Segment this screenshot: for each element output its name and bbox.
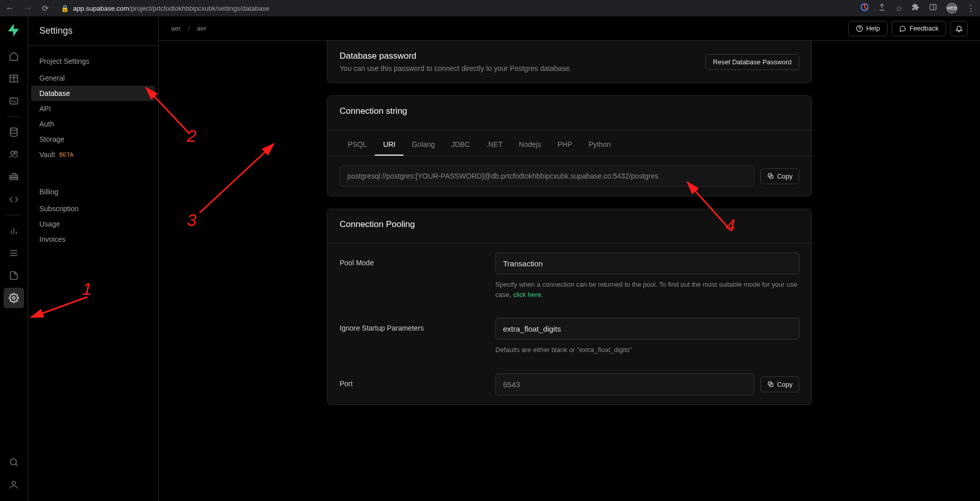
browser-chrome: ← → ⟳ 🔒 app.supabase.com/project/prtcfod… [0, 0, 980, 16]
tab-golang[interactable]: Golang [403, 134, 443, 156]
account-icon[interactable] [4, 474, 24, 495]
svg-rect-6 [10, 98, 18, 104]
sql-editor-icon[interactable] [4, 91, 24, 111]
logs-icon[interactable] [4, 243, 24, 263]
settings-sidebar: Settings Project Settings GeneralDatabas… [28, 16, 159, 501]
sidebar-item-general[interactable]: General [28, 70, 158, 86]
card-desc: You can use this password to connect dir… [340, 64, 571, 72]
reports-icon[interactable] [4, 220, 24, 241]
profile-avatar[interactable]: WEB [946, 3, 958, 14]
card-title: Database password [340, 51, 571, 61]
breadcrumb-item[interactable]: aer [197, 24, 206, 32]
svg-point-21 [12, 481, 16, 485]
tab-psql[interactable]: PSQL [340, 134, 375, 156]
tab-uri[interactable]: URI [375, 134, 403, 156]
port-label: Port [340, 373, 495, 395]
url-path: /project/prtcfodtokhbbipcxubk/settings/d… [129, 5, 270, 12]
extensions-icon[interactable] [912, 3, 920, 13]
home-icon[interactable] [4, 46, 24, 66]
help-button[interactable]: Help [848, 21, 888, 36]
copy-port-button[interactable]: Copy [760, 377, 799, 392]
tab-net[interactable]: .NET [478, 134, 511, 156]
lock-icon: 🔒 [61, 5, 69, 12]
topbar: aer / aer Help Feedback [159, 16, 980, 41]
svg-line-20 [15, 464, 17, 466]
sidebar-heading-billing: Billing [28, 177, 158, 201]
breadcrumb-sep: / [188, 24, 190, 32]
svg-point-9 [15, 151, 17, 154]
panel-icon[interactable] [929, 3, 937, 13]
card-connection-string: Connection string PSQLURIGolangJDBC.NETN… [327, 95, 812, 196]
auth-icon[interactable] [4, 144, 24, 165]
pool-mode-label: Pool Mode [340, 253, 495, 299]
settings-icon[interactable] [4, 288, 24, 308]
sidebar-item-vault[interactable]: VaultBETA [28, 147, 158, 162]
url-bar[interactable]: 🔒 app.supabase.com/project/prtcfodtokhbb… [56, 5, 853, 12]
icon-rail [0, 16, 28, 501]
tab-python[interactable]: Python [580, 134, 619, 156]
svg-rect-11 [10, 178, 18, 180]
ignore-params-input[interactable] [495, 318, 799, 340]
svg-point-7 [10, 128, 17, 131]
notifications-button[interactable] [950, 21, 968, 36]
tab-php[interactable]: PHP [549, 134, 581, 156]
card-title: Connection Pooling [340, 219, 415, 230]
ignore-params-help: Defaults are either blank or "extra_floa… [495, 345, 799, 355]
google-icon[interactable] [861, 3, 869, 13]
svg-point-18 [13, 297, 15, 299]
tab-nodejs[interactable]: Nodejs [511, 134, 549, 156]
chat-icon [899, 25, 906, 32]
sidebar-item-subscription[interactable]: Subscription [28, 201, 158, 216]
sidebar-heading-project: Project Settings [28, 46, 158, 70]
star-icon[interactable]: ☆ [895, 4, 902, 13]
card-connection-pooling: Connection Pooling Pool Mode Transaction… [327, 209, 812, 405]
table-editor-icon[interactable] [4, 68, 24, 89]
sidebar-item-auth[interactable]: Auth [28, 116, 158, 132]
breadcrumb-item[interactable]: aer [171, 24, 181, 32]
storage-icon[interactable] [4, 167, 24, 187]
bell-icon [955, 24, 963, 33]
search-icon[interactable] [4, 452, 24, 472]
url-host: app.supabase.com [73, 5, 129, 12]
sidebar-item-invoices[interactable]: Invoices [28, 232, 158, 247]
ignore-params-label: Ignore Startup Parameters [340, 318, 495, 355]
port-input[interactable] [495, 373, 754, 395]
menu-icon[interactable]: ⋮ [967, 4, 975, 13]
svg-point-23 [859, 30, 860, 31]
reset-password-button[interactable]: Reset Database Password [705, 54, 799, 70]
pool-mode-help: Specify when a connection can be returne… [495, 280, 799, 299]
copy-connection-string-button[interactable]: Copy [760, 168, 799, 184]
sidebar-item-api[interactable]: API [28, 101, 158, 116]
sidebar-item-usage[interactable]: Usage [28, 216, 158, 232]
connection-string-input[interactable] [340, 165, 754, 187]
connection-string-tabs: PSQLURIGolangJDBC.NETNodejsPHPPython [327, 134, 811, 156]
back-arrow[interactable]: ← [5, 3, 14, 14]
card-title: Connection string [340, 106, 407, 116]
tab-jdbc[interactable]: JDBC [443, 134, 479, 156]
sidebar-item-storage[interactable]: Storage [28, 132, 158, 147]
svg-point-8 [11, 151, 14, 155]
main-area: aer / aer Help Feedback Data [159, 16, 980, 501]
pool-mode-select[interactable]: Transaction [495, 253, 799, 274]
database-icon[interactable] [4, 122, 24, 142]
pool-mode-help-link[interactable]: click here [513, 291, 541, 298]
supabase-logo[interactable] [6, 22, 21, 38]
sidebar-title: Settings [28, 26, 158, 46]
svg-rect-10 [10, 176, 18, 177]
api-docs-icon[interactable] [4, 265, 24, 286]
forward-arrow[interactable]: → [23, 3, 33, 14]
edge-functions-icon[interactable] [4, 189, 24, 210]
svg-rect-1 [930, 5, 936, 10]
beta-badge: BETA [59, 152, 74, 158]
copy-icon [767, 381, 774, 388]
svg-point-19 [10, 459, 16, 465]
card-database-password: Database password You can use this passw… [327, 41, 812, 83]
feedback-button[interactable]: Feedback [892, 21, 946, 36]
copy-icon [767, 172, 774, 180]
share-icon[interactable] [878, 3, 886, 13]
reload-icon[interactable]: ⟳ [42, 4, 49, 13]
help-icon [856, 25, 863, 32]
breadcrumb: aer / aer [171, 24, 206, 32]
sidebar-item-database[interactable]: Database [31, 86, 155, 101]
